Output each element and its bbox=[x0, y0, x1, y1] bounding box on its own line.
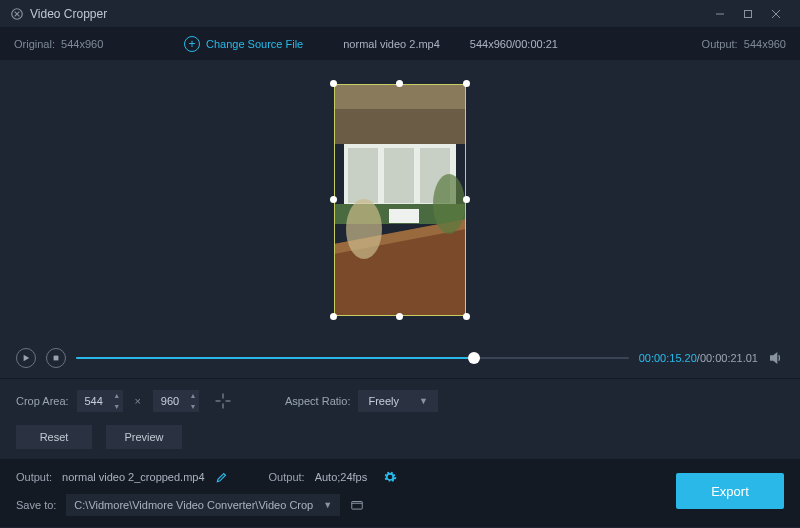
titlebar: Video Cropper bbox=[0, 0, 800, 28]
maximize-button[interactable] bbox=[734, 4, 762, 24]
playback-time: 00:00:15.20/00:00:21.01 bbox=[639, 352, 758, 364]
svg-rect-18 bbox=[54, 356, 59, 361]
crop-height-input[interactable]: 960 ▲▼ bbox=[153, 390, 199, 412]
width-up[interactable]: ▲ bbox=[111, 390, 123, 401]
crop-handle-se[interactable] bbox=[463, 313, 470, 320]
crop-handle-nw[interactable] bbox=[330, 80, 337, 87]
save-to-label: Save to: bbox=[16, 499, 56, 511]
source-dims-duration: 544x960/00:00:21 bbox=[470, 38, 558, 50]
change-source-button[interactable]: + Change Source File bbox=[184, 36, 303, 52]
crop-width-input[interactable]: 544 ▲▼ bbox=[77, 390, 123, 412]
close-button[interactable] bbox=[762, 4, 790, 24]
stop-button[interactable] bbox=[46, 348, 66, 368]
crop-handle-s[interactable] bbox=[396, 313, 403, 320]
source-info-bar: Original: 544x960 + Change Source File n… bbox=[0, 28, 800, 60]
crop-handle-e[interactable] bbox=[463, 196, 470, 203]
bottom-panel: Output: normal video 2_cropped.mp4 Outpu… bbox=[0, 459, 800, 527]
plus-circle-icon: + bbox=[184, 36, 200, 52]
crop-handle-sw[interactable] bbox=[330, 313, 337, 320]
edit-filename-icon[interactable] bbox=[215, 470, 229, 484]
svg-rect-2 bbox=[745, 10, 752, 17]
crop-frame[interactable] bbox=[334, 84, 466, 316]
aspect-ratio-label: Aspect Ratio: bbox=[285, 395, 350, 407]
export-button[interactable]: Export bbox=[676, 473, 784, 509]
seek-thumb[interactable] bbox=[468, 352, 480, 364]
svg-marker-17 bbox=[24, 355, 30, 361]
output-spec-value: Auto;24fps bbox=[315, 471, 368, 483]
crop-handle-n[interactable] bbox=[396, 80, 403, 87]
height-up[interactable]: ▲ bbox=[187, 390, 199, 401]
volume-icon[interactable] bbox=[768, 350, 784, 366]
crop-handle-ne[interactable] bbox=[463, 80, 470, 87]
original-dimensions: Original: 544x960 bbox=[14, 38, 184, 50]
save-path-dropdown[interactable]: C:\Vidmore\Vidmore Video Converter\Video… bbox=[66, 494, 340, 516]
svg-rect-24 bbox=[352, 502, 363, 510]
preview-button[interactable]: Preview bbox=[106, 425, 182, 449]
app-icon bbox=[10, 7, 24, 21]
action-buttons-row: Reset Preview bbox=[0, 421, 800, 459]
open-folder-icon[interactable] bbox=[350, 498, 364, 512]
chevron-down-icon: ▼ bbox=[419, 396, 428, 406]
playback-controls: 00:00:15.20/00:00:21.01 bbox=[0, 340, 800, 376]
crop-settings-row: Crop Area: 544 ▲▼ × 960 ▲▼ Aspect Ratio:… bbox=[0, 381, 800, 421]
settings-gear-icon[interactable] bbox=[383, 470, 397, 484]
height-down[interactable]: ▼ bbox=[187, 401, 199, 412]
crop-area-label: Crop Area: bbox=[16, 395, 69, 407]
width-down[interactable]: ▼ bbox=[111, 401, 123, 412]
window-title: Video Cropper bbox=[30, 7, 107, 21]
output-dimensions: Output: 544x960 bbox=[558, 38, 786, 50]
output-file-label: Output: bbox=[16, 471, 52, 483]
multiply-icon: × bbox=[135, 395, 141, 407]
output-filename: normal video 2_cropped.mp4 bbox=[62, 471, 204, 483]
play-button[interactable] bbox=[16, 348, 36, 368]
minimize-button[interactable] bbox=[706, 4, 734, 24]
seek-slider[interactable] bbox=[76, 357, 629, 359]
chevron-down-icon: ▼ bbox=[323, 500, 332, 510]
aspect-ratio-dropdown[interactable]: Freely ▼ bbox=[358, 390, 437, 412]
output-spec-label: Output: bbox=[269, 471, 305, 483]
source-filename: normal video 2.mp4 bbox=[343, 38, 440, 50]
reset-button[interactable]: Reset bbox=[16, 425, 92, 449]
svg-marker-19 bbox=[771, 353, 777, 362]
center-crop-icon[interactable] bbox=[211, 389, 235, 413]
preview-canvas[interactable] bbox=[0, 60, 800, 340]
crop-handle-w[interactable] bbox=[330, 196, 337, 203]
